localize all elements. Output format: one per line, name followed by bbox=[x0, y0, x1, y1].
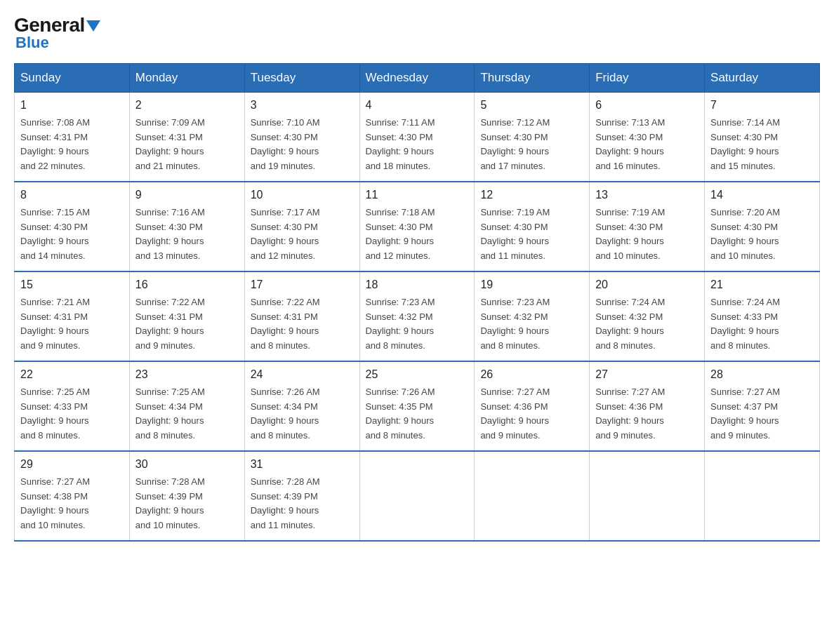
calendar-cell: 10Sunrise: 7:17 AMSunset: 4:30 PMDayligh… bbox=[244, 182, 359, 271]
day-info: Sunrise: 7:24 AMSunset: 4:32 PMDaylight:… bbox=[595, 295, 699, 354]
day-number: 10 bbox=[251, 187, 354, 204]
day-number: 5 bbox=[480, 97, 583, 114]
day-number: 9 bbox=[135, 187, 239, 204]
calendar-cell: 17Sunrise: 7:22 AMSunset: 4:31 PMDayligh… bbox=[244, 271, 359, 361]
calendar-body: 1Sunrise: 7:08 AMSunset: 4:31 PMDaylight… bbox=[15, 93, 820, 541]
calendar-cell: 28Sunrise: 7:27 AMSunset: 4:37 PMDayligh… bbox=[705, 361, 820, 451]
calendar-cell: 4Sunrise: 7:11 AMSunset: 4:30 PMDaylight… bbox=[359, 93, 475, 182]
day-info: Sunrise: 7:23 AMSunset: 4:32 PMDaylight:… bbox=[480, 295, 583, 354]
week-row-4: 22Sunrise: 7:25 AMSunset: 4:33 PMDayligh… bbox=[15, 361, 820, 451]
day-info: Sunrise: 7:10 AMSunset: 4:30 PMDaylight:… bbox=[251, 116, 354, 174]
day-info: Sunrise: 7:19 AMSunset: 4:30 PMDaylight:… bbox=[595, 206, 699, 264]
day-of-week-wednesday: Wednesday bbox=[359, 64, 475, 93]
day-number: 1 bbox=[20, 97, 124, 114]
day-number: 29 bbox=[20, 456, 124, 474]
logo-blue-text: Blue bbox=[15, 34, 49, 52]
day-info: Sunrise: 7:08 AMSunset: 4:31 PMDaylight:… bbox=[20, 116, 124, 174]
calendar-cell: 13Sunrise: 7:19 AMSunset: 4:30 PMDayligh… bbox=[590, 182, 705, 271]
day-info: Sunrise: 7:22 AMSunset: 4:31 PMDaylight:… bbox=[251, 295, 354, 354]
day-number: 23 bbox=[135, 366, 239, 384]
calendar-cell: 25Sunrise: 7:26 AMSunset: 4:35 PMDayligh… bbox=[359, 361, 475, 451]
calendar-cell: 3Sunrise: 7:10 AMSunset: 4:30 PMDaylight… bbox=[244, 93, 359, 182]
calendar-cell: 8Sunrise: 7:15 AMSunset: 4:30 PMDaylight… bbox=[15, 182, 130, 271]
day-number: 8 bbox=[20, 187, 124, 204]
week-row-3: 15Sunrise: 7:21 AMSunset: 4:31 PMDayligh… bbox=[15, 271, 820, 361]
calendar-cell: 5Sunrise: 7:12 AMSunset: 4:30 PMDaylight… bbox=[475, 93, 590, 182]
day-info: Sunrise: 7:18 AMSunset: 4:30 PMDaylight:… bbox=[366, 206, 469, 264]
day-info: Sunrise: 7:27 AMSunset: 4:38 PMDaylight:… bbox=[20, 475, 124, 533]
calendar-table: SundayMondayTuesdayWednesdayThursdayFrid… bbox=[14, 63, 820, 542]
logo: General Blue bbox=[14, 14, 100, 52]
day-number: 3 bbox=[251, 97, 354, 114]
day-info: Sunrise: 7:25 AMSunset: 4:33 PMDaylight:… bbox=[20, 385, 124, 443]
day-number: 13 bbox=[595, 187, 699, 204]
day-info: Sunrise: 7:19 AMSunset: 4:30 PMDaylight:… bbox=[480, 206, 583, 264]
day-number: 28 bbox=[710, 366, 814, 384]
calendar-cell: 11Sunrise: 7:18 AMSunset: 4:30 PMDayligh… bbox=[359, 182, 475, 271]
day-number: 30 bbox=[135, 456, 239, 474]
calendar-cell: 30Sunrise: 7:28 AMSunset: 4:39 PMDayligh… bbox=[129, 451, 244, 541]
day-number: 21 bbox=[710, 276, 814, 294]
day-info: Sunrise: 7:28 AMSunset: 4:39 PMDaylight:… bbox=[135, 475, 239, 533]
calendar-cell bbox=[475, 451, 590, 541]
calendar-cell: 24Sunrise: 7:26 AMSunset: 4:34 PMDayligh… bbox=[244, 361, 359, 451]
calendar-cell: 16Sunrise: 7:22 AMSunset: 4:31 PMDayligh… bbox=[129, 271, 244, 361]
day-info: Sunrise: 7:22 AMSunset: 4:31 PMDaylight:… bbox=[135, 295, 239, 354]
calendar-cell: 31Sunrise: 7:28 AMSunset: 4:39 PMDayligh… bbox=[244, 451, 359, 541]
days-of-week-row: SundayMondayTuesdayWednesdayThursdayFrid… bbox=[15, 64, 820, 93]
calendar-cell bbox=[705, 451, 820, 541]
calendar-cell: 15Sunrise: 7:21 AMSunset: 4:31 PMDayligh… bbox=[15, 271, 130, 361]
day-number: 24 bbox=[251, 366, 354, 384]
day-info: Sunrise: 7:26 AMSunset: 4:35 PMDaylight:… bbox=[366, 385, 469, 443]
day-info: Sunrise: 7:12 AMSunset: 4:30 PMDaylight:… bbox=[480, 116, 583, 174]
day-of-week-tuesday: Tuesday bbox=[244, 64, 359, 93]
day-number: 18 bbox=[366, 276, 469, 294]
day-of-week-friday: Friday bbox=[590, 64, 705, 93]
calendar-cell: 29Sunrise: 7:27 AMSunset: 4:38 PMDayligh… bbox=[15, 451, 130, 541]
calendar-header: SundayMondayTuesdayWednesdayThursdayFrid… bbox=[15, 64, 820, 93]
day-number: 27 bbox=[595, 366, 699, 384]
calendar-cell: 22Sunrise: 7:25 AMSunset: 4:33 PMDayligh… bbox=[15, 361, 130, 451]
calendar-cell bbox=[590, 451, 705, 541]
day-info: Sunrise: 7:27 AMSunset: 4:36 PMDaylight:… bbox=[595, 385, 699, 443]
day-number: 25 bbox=[366, 366, 469, 384]
day-info: Sunrise: 7:16 AMSunset: 4:30 PMDaylight:… bbox=[135, 206, 239, 264]
calendar-cell: 2Sunrise: 7:09 AMSunset: 4:31 PMDaylight… bbox=[129, 93, 244, 182]
calendar-cell: 18Sunrise: 7:23 AMSunset: 4:32 PMDayligh… bbox=[359, 271, 475, 361]
page-header: General Blue bbox=[14, 14, 820, 52]
day-info: Sunrise: 7:09 AMSunset: 4:31 PMDaylight:… bbox=[135, 116, 239, 174]
day-of-week-thursday: Thursday bbox=[475, 64, 590, 93]
day-number: 22 bbox=[20, 366, 124, 384]
day-info: Sunrise: 7:25 AMSunset: 4:34 PMDaylight:… bbox=[135, 385, 239, 443]
day-info: Sunrise: 7:21 AMSunset: 4:31 PMDaylight:… bbox=[20, 295, 124, 354]
day-info: Sunrise: 7:26 AMSunset: 4:34 PMDaylight:… bbox=[251, 385, 354, 443]
day-of-week-saturday: Saturday bbox=[705, 64, 820, 93]
day-number: 26 bbox=[480, 366, 583, 384]
day-info: Sunrise: 7:23 AMSunset: 4:32 PMDaylight:… bbox=[366, 295, 469, 354]
day-info: Sunrise: 7:15 AMSunset: 4:30 PMDaylight:… bbox=[20, 206, 124, 264]
calendar-cell: 12Sunrise: 7:19 AMSunset: 4:30 PMDayligh… bbox=[475, 182, 590, 271]
day-info: Sunrise: 7:28 AMSunset: 4:39 PMDaylight:… bbox=[251, 475, 354, 533]
calendar-cell: 19Sunrise: 7:23 AMSunset: 4:32 PMDayligh… bbox=[475, 271, 590, 361]
day-number: 4 bbox=[366, 97, 469, 114]
day-info: Sunrise: 7:27 AMSunset: 4:36 PMDaylight:… bbox=[480, 385, 583, 443]
calendar-cell: 1Sunrise: 7:08 AMSunset: 4:31 PMDaylight… bbox=[15, 93, 130, 182]
day-number: 16 bbox=[135, 276, 239, 294]
day-number: 17 bbox=[251, 276, 354, 294]
day-number: 6 bbox=[595, 97, 699, 114]
calendar-cell: 7Sunrise: 7:14 AMSunset: 4:30 PMDaylight… bbox=[705, 93, 820, 182]
calendar-cell: 20Sunrise: 7:24 AMSunset: 4:32 PMDayligh… bbox=[590, 271, 705, 361]
day-number: 11 bbox=[366, 187, 469, 204]
day-number: 2 bbox=[135, 97, 239, 114]
day-number: 12 bbox=[480, 187, 583, 204]
calendar-cell: 6Sunrise: 7:13 AMSunset: 4:30 PMDaylight… bbox=[590, 93, 705, 182]
calendar-cell: 27Sunrise: 7:27 AMSunset: 4:36 PMDayligh… bbox=[590, 361, 705, 451]
day-info: Sunrise: 7:24 AMSunset: 4:33 PMDaylight:… bbox=[710, 295, 814, 354]
day-info: Sunrise: 7:27 AMSunset: 4:37 PMDaylight:… bbox=[710, 385, 814, 443]
week-row-2: 8Sunrise: 7:15 AMSunset: 4:30 PMDaylight… bbox=[15, 182, 820, 271]
calendar-cell: 14Sunrise: 7:20 AMSunset: 4:30 PMDayligh… bbox=[705, 182, 820, 271]
day-number: 14 bbox=[710, 187, 814, 204]
day-info: Sunrise: 7:13 AMSunset: 4:30 PMDaylight:… bbox=[595, 116, 699, 174]
day-number: 31 bbox=[251, 456, 354, 474]
day-number: 15 bbox=[20, 276, 124, 294]
